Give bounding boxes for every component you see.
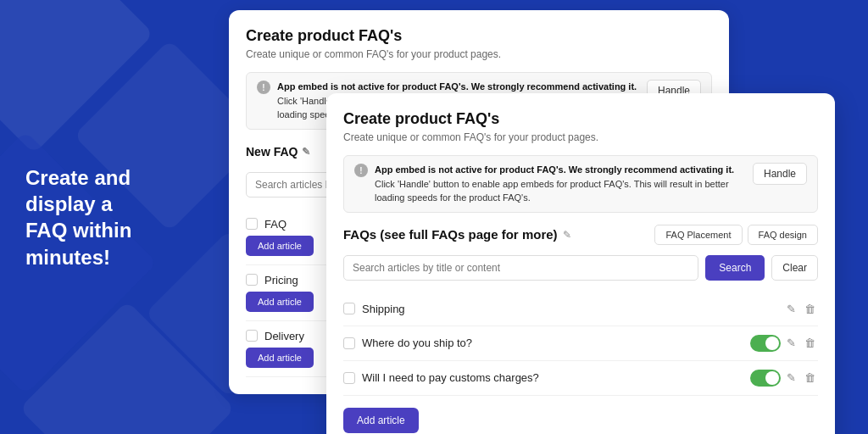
faq-item-customs-name: Will I need to pay customs charges? xyxy=(362,371,539,384)
hero-text: Create and display a FAQ within minutes! xyxy=(25,164,186,270)
back-faq-item-name-faq: FAQ xyxy=(264,218,287,231)
front-faq-placement-btn[interactable]: FAQ Placement xyxy=(654,225,742,245)
hero-line1: Create and display a xyxy=(25,166,131,215)
faq-checkbox-customs[interactable] xyxy=(343,372,355,384)
front-card: Create product FAQ's Create unique or co… xyxy=(326,93,835,434)
delete-shipping-to-icon[interactable]: 🗑 xyxy=(802,335,818,351)
back-card-subtitle: Create unique or common FAQ's for your p… xyxy=(246,48,712,60)
back-add-article-faq[interactable]: Add article xyxy=(246,236,314,256)
front-faq-btn-group: FAQ Placement FAQ design xyxy=(654,225,818,245)
front-clear-button[interactable]: Clear xyxy=(771,255,818,281)
faq-item-shipping-to-left: Where do you ship to? xyxy=(343,337,472,349)
front-search-button[interactable]: Search xyxy=(705,255,765,281)
front-warning-text: App embed is not active for product FAQ'… xyxy=(375,163,746,205)
faq-item-shipping-to: Where do you ship to? ✎ 🗑 xyxy=(343,326,818,361)
back-faq-checkbox-delivery[interactable] xyxy=(246,330,258,342)
front-handle-button[interactable]: Handle xyxy=(753,163,807,185)
faq-checkbox-shipping-to[interactable] xyxy=(343,337,355,349)
faq-item-customs: Will I need to pay customs charges? ✎ 🗑 xyxy=(343,361,818,396)
front-faq-header-row: FAQs (see full FAQs page for more) ✎ FAQ… xyxy=(343,225,818,245)
edit-shipping-to-icon[interactable]: ✎ xyxy=(784,335,798,351)
front-edit-icon[interactable]: ✎ xyxy=(563,229,571,241)
back-warning-icon: ! xyxy=(257,81,270,94)
front-faq-design-btn[interactable]: FAQ design xyxy=(748,225,818,245)
back-faq-item-name-pricing: Pricing xyxy=(264,274,298,287)
back-new-faq-title: New FAQ ✎ xyxy=(246,145,310,159)
faq-item-shipping-to-actions: ✎ 🗑 xyxy=(750,335,818,352)
front-search-input[interactable] xyxy=(343,255,698,281)
faq-item-shipping-name: Shipping xyxy=(362,303,405,315)
front-warning-banner: ! App embed is not active for product FA… xyxy=(343,155,818,213)
back-faq-checkbox-pricing[interactable] xyxy=(246,274,258,286)
delete-shipping-icon[interactable]: 🗑 xyxy=(802,301,818,317)
faq-item-customs-actions: ✎ 🗑 xyxy=(750,370,818,387)
delete-customs-icon[interactable]: 🗑 xyxy=(802,370,818,386)
back-add-article-pricing[interactable]: Add article xyxy=(246,292,314,312)
front-section-title: FAQs (see full FAQs page for more) xyxy=(343,227,558,242)
front-faq-title-group: FAQs (see full FAQs page for more) ✎ xyxy=(343,227,571,242)
back-faq-checkbox-faq[interactable] xyxy=(246,218,258,230)
toggle-shipping-to[interactable] xyxy=(750,335,781,352)
toggle-customs[interactable] xyxy=(750,370,781,387)
back-add-article-delivery[interactable]: Add article xyxy=(246,348,314,368)
front-add-article-button[interactable]: Add article xyxy=(343,408,419,433)
faq-item-shipping-left: Shipping xyxy=(343,303,405,315)
faq-item-shipping-actions: ✎ 🗑 xyxy=(784,301,818,317)
toggle-knob-customs xyxy=(765,371,779,385)
hero-line2: FAQ within minutes! xyxy=(25,219,131,268)
toggle-knob-shipping-to xyxy=(765,337,779,350)
front-warning-icon: ! xyxy=(354,164,368,177)
back-card-title: Create product FAQ's xyxy=(246,27,712,45)
back-faq-item-name-delivery: Delivery xyxy=(264,330,304,342)
edit-shipping-icon[interactable]: ✎ xyxy=(784,301,798,317)
faq-item-shipping: Shipping ✎ 🗑 xyxy=(343,292,818,326)
edit-customs-icon[interactable]: ✎ xyxy=(784,370,798,386)
front-card-subtitle: Create unique or common FAQ's for your p… xyxy=(343,131,818,143)
faq-checkbox-shipping[interactable] xyxy=(343,303,355,314)
faq-item-shipping-to-name: Where do you ship to? xyxy=(362,337,472,349)
back-edit-icon[interactable]: ✎ xyxy=(302,146,310,158)
front-search-row: Search Clear xyxy=(343,255,818,281)
front-card-title: Create product FAQ's xyxy=(343,110,818,128)
faq-item-customs-left: Will I need to pay customs charges? xyxy=(343,371,539,384)
